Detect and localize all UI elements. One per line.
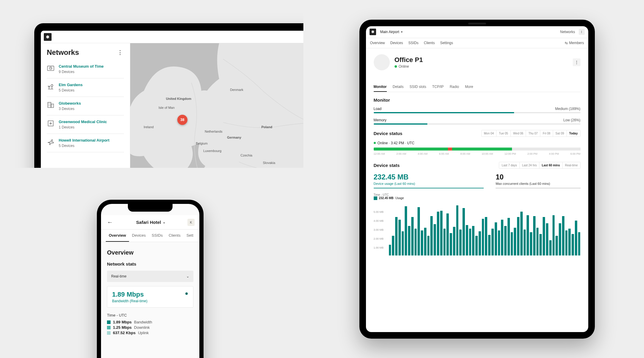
stats-range-select[interactable]: Real-time ⌄ [107, 271, 193, 282]
day-chip[interactable]: Today [567, 130, 580, 137]
memory-value: Low (26%) [563, 118, 580, 122]
chart-bar [482, 219, 484, 255]
networks-link[interactable]: Networks [560, 30, 575, 34]
network-name: Central Museum of Time [59, 64, 124, 69]
subtab-radio[interactable]: Radio [450, 82, 459, 92]
day-chip[interactable]: Tue 05 [496, 130, 510, 137]
chart-bar [479, 231, 481, 255]
bandwidth-card[interactable]: 1.89 Mbps Bandwidth (Real-time) [107, 286, 193, 308]
user-avatar[interactable]: K [187, 219, 195, 226]
chart-bar [434, 224, 436, 255]
map-cluster-pin[interactable]: 38 [177, 115, 187, 125]
range-chip[interactable]: Last 7 days [499, 162, 519, 168]
chart-bar [562, 216, 564, 255]
day-chip[interactable]: Mon 04 [482, 130, 496, 137]
chart-bar [475, 236, 478, 255]
chart-bar [553, 215, 555, 255]
phone-device-frame: ← Safari Hotel ⌄ K OverviewDevicesSSIDsC… [97, 200, 204, 358]
panel-ipad: ✱ Main Airport ▾ Networks I OverviewDevi… [310, 0, 644, 358]
nav-clients[interactable]: Clients [424, 41, 435, 45]
back-button[interactable]: ← [106, 218, 114, 227]
network-list-item[interactable]: Howell International Airport 5 Devices [47, 134, 124, 152]
subtab-more[interactable]: More [465, 82, 473, 92]
network-device-count: 9 Devices [59, 70, 124, 74]
phone-screen: ← Safari Hotel ⌄ K OverviewDevicesSSIDsC… [101, 204, 199, 358]
device-header: Office P1 Online ⋮ [374, 54, 581, 70]
subtab-ssid-slots[interactable]: SSID slots [409, 82, 426, 92]
chart-bar [430, 216, 433, 255]
tablet-screen: ✱ Net Networks ⋮ Central Museum of Time … [41, 31, 303, 168]
subtab-tcp-ip[interactable]: TCP/IP [432, 82, 444, 92]
network-list-item[interactable]: Globeworks 3 Devices [47, 97, 124, 115]
map-label: Luxembourg [203, 149, 221, 153]
range-chip[interactable]: Real-time [562, 162, 580, 168]
chart-bar [459, 230, 462, 255]
network-selector[interactable]: Safari Hotel ⌄ [114, 220, 187, 225]
nav-devices[interactable]: Devices [390, 41, 403, 45]
chart-ytick: 2.00 MB [374, 237, 384, 240]
tab-overview[interactable]: Overview [106, 230, 129, 242]
load-meter [374, 112, 581, 113]
chart-bar [549, 240, 552, 255]
tab-ssids[interactable]: SSIDs [149, 230, 166, 242]
tab-clients[interactable]: Clients [166, 230, 184, 242]
chart-bar [498, 230, 500, 255]
day-chip[interactable]: Fri 08 [540, 130, 553, 137]
map-label: Netherlands [205, 130, 222, 133]
tab-devices[interactable]: Devices [129, 230, 149, 242]
page-title: Networks ⋮ [47, 48, 124, 57]
network-name: Greenwood Medical Clinic [59, 120, 124, 124]
more-menu-icon[interactable]: ⋮ [116, 48, 124, 57]
device-more-menu[interactable]: ⋮ [573, 58, 581, 66]
chart-bar [405, 206, 407, 255]
chart-bar [539, 234, 542, 255]
chart-bar [453, 227, 455, 255]
usage-stat[interactable]: 232.45 MB Device usage (Last 60 mins) [374, 173, 484, 188]
network-list-item[interactable]: Central Museum of Time 9 Devices [47, 60, 124, 78]
network-device-count: 3 Devices [59, 107, 124, 111]
chart-bar [555, 236, 558, 255]
legend-swatch [107, 326, 111, 329]
network-device-count: 5 Devices [59, 88, 124, 92]
chart-bar [427, 236, 430, 255]
chart-bar [411, 217, 414, 255]
networks-map[interactable]: 38 United Kingdom Isle of Man Ireland De… [130, 43, 303, 168]
chart-bar [543, 217, 545, 255]
phone-tabs: OverviewDevicesSSIDsClientsSett [101, 230, 199, 242]
nav-ssids[interactable]: SSIDs [408, 41, 418, 45]
day-chip[interactable]: Thu 07 [526, 130, 540, 137]
range-chip[interactable]: Last 60 mins [539, 162, 562, 168]
range-chip[interactable]: Last 24 hrs [519, 162, 539, 168]
tab-sett[interactable]: Sett [184, 230, 196, 242]
chart-bar [418, 207, 420, 255]
chart-bar [469, 229, 471, 255]
nav-settings[interactable]: Settings [440, 41, 453, 45]
legend-row: 1.89 Mbps Bandwidth [107, 320, 193, 324]
network-device-count: 5 Devices [59, 144, 124, 148]
memory-label: Memory [374, 118, 387, 122]
subtab-monitor[interactable]: Monitor [374, 82, 387, 92]
subtab-details[interactable]: Details [393, 82, 404, 92]
members-button[interactable]: ⇆ Members [565, 41, 584, 45]
day-chip[interactable]: Sat 09 [553, 130, 567, 137]
chart-bar [514, 228, 516, 255]
app-logo-icon[interactable]: ✱ [370, 29, 376, 35]
day-chip[interactable]: Wed 06 [510, 130, 526, 137]
chart-bar [495, 222, 497, 255]
chart-bar [450, 233, 452, 255]
user-avatar[interactable]: I [579, 29, 585, 35]
uptime-timeline[interactable] [374, 148, 581, 151]
nav-overview[interactable]: Overview [370, 41, 385, 45]
chart-bar [446, 213, 449, 255]
chart-bar [524, 230, 526, 255]
clients-stat[interactable]: 10 Max concurrent clients (Last 60 mins) [496, 173, 580, 188]
network-dropdown[interactable]: Main Airport ▾ [380, 30, 403, 34]
overview-heading: Overview [107, 249, 193, 256]
chart-bar [527, 215, 529, 255]
app-logo-icon[interactable]: ✱ [44, 33, 52, 41]
chart-bar [536, 228, 539, 255]
network-list-item[interactable]: Greenwood Medical Clinic 1 Devices [47, 115, 124, 134]
chart-bar [568, 229, 571, 255]
network-list-item[interactable]: Elm Gardens 5 Devices [47, 78, 124, 97]
map-label: Isle of Man [159, 106, 175, 109]
